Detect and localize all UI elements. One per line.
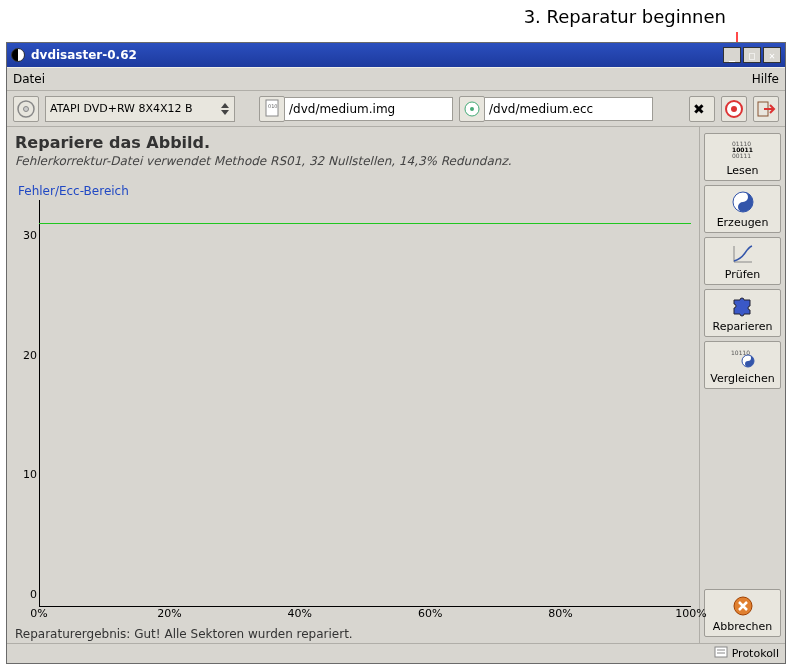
window-title: dvdisaster-0.62	[31, 48, 137, 62]
app-icon	[11, 48, 25, 62]
repair-button[interactable]: Reparieren	[704, 289, 781, 337]
statusbar: Protokoll	[7, 643, 785, 663]
binary-icon: 011101001100111	[730, 138, 756, 162]
img-path-input[interactable]	[285, 97, 453, 121]
svg-point-5	[470, 107, 474, 111]
main-window: dvdisaster-0.62 _ □ ✕ Datei Hilfe ATAPI …	[6, 42, 786, 664]
svg-point-8	[731, 106, 737, 112]
cancel-icon	[730, 594, 756, 618]
status-heading: Repariere das Abbild.	[15, 133, 691, 152]
curve-icon	[730, 242, 756, 266]
protocol-icon	[714, 645, 728, 662]
protocol-label[interactable]: Protokoll	[732, 647, 779, 660]
result-text: Reparaturergebnis: Gut! Alle Sektoren wu…	[15, 627, 691, 641]
close-button[interactable]: ✕	[763, 47, 781, 63]
cancel-button[interactable]: Abbrechen	[704, 589, 781, 637]
drive-icon[interactable]	[13, 96, 39, 122]
main-panel: Repariere das Abbild. Fehlerkorrektur-Da…	[7, 127, 699, 643]
help-icon[interactable]	[721, 96, 747, 122]
svg-text:00111: 00111	[732, 152, 751, 159]
titlebar: dvdisaster-0.62 _ □ ✕	[7, 43, 785, 67]
maximize-button[interactable]: □	[743, 47, 761, 63]
img-file-icon[interactable]: 010	[259, 96, 285, 122]
action-sidebar: 011101001100111 Lesen Erzeugen Prüfen Re…	[699, 127, 785, 643]
ecc-path-input[interactable]	[485, 97, 653, 121]
settings-icon[interactable]: ✖	[689, 96, 715, 122]
compare-button[interactable]: 10110 Vergleichen	[704, 341, 781, 389]
menu-file[interactable]: Datei	[13, 72, 45, 86]
menu-help[interactable]: Hilfe	[752, 72, 779, 86]
svg-text:010: 010	[268, 103, 278, 109]
check-button[interactable]: Prüfen	[704, 237, 781, 285]
status-subheading: Fehlerkorrektur-Datei verwendet Methode …	[15, 154, 691, 168]
menubar: Datei Hilfe	[7, 67, 785, 91]
exit-icon[interactable]	[753, 96, 779, 122]
error-chart: 0102030 0%20%40%60%80%100%	[39, 200, 691, 607]
chart-title: Fehler/Ecc-Bereich	[18, 184, 691, 198]
svg-text:✖: ✖	[693, 101, 705, 117]
toolbar: ATAPI DVD+RW 8X4X12 B 010 ✖	[7, 91, 785, 127]
ecc-file-icon[interactable]	[459, 96, 485, 122]
external-annotation: 3. Reparatur beginnen	[524, 6, 726, 27]
read-button[interactable]: 011101001100111 Lesen	[704, 133, 781, 181]
create-button[interactable]: Erzeugen	[704, 185, 781, 233]
drive-select-value: ATAPI DVD+RW 8X4X12 B	[50, 102, 193, 115]
compare-icon: 10110	[730, 346, 756, 370]
combo-arrows-icon	[218, 98, 232, 120]
svg-point-1	[24, 106, 29, 111]
puzzle-icon	[730, 294, 756, 318]
drive-select[interactable]: ATAPI DVD+RW 8X4X12 B	[45, 96, 235, 122]
yinyang-icon	[730, 190, 756, 214]
minimize-button[interactable]: _	[723, 47, 741, 63]
svg-rect-17	[715, 647, 727, 657]
